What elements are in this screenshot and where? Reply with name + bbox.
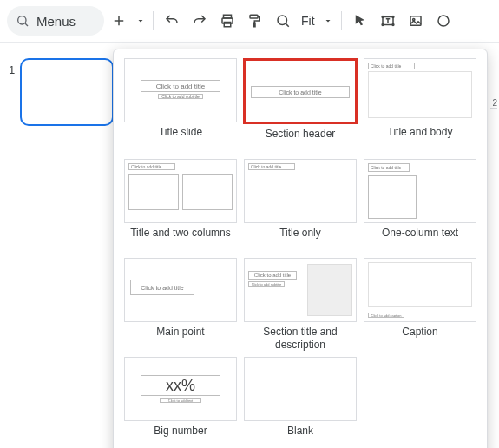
layout-label: Section header	[266, 128, 336, 154]
placeholder-image	[368, 262, 472, 307]
layout-one-column-text[interactable]: Click to add title	[364, 159, 476, 223]
placeholder-title: Click to add title	[128, 163, 175, 170]
placeholder-title: Click to add title	[368, 63, 415, 69]
layout-label: Title only	[279, 227, 321, 253]
print-icon	[220, 13, 235, 29]
zoom-button[interactable]	[270, 8, 296, 34]
layout-main-point[interactable]: Click to add title	[124, 258, 237, 322]
undo-icon	[164, 13, 180, 29]
placeholder-right-col	[182, 174, 233, 210]
placeholder-title: Click to add title	[248, 271, 297, 280]
textbox-icon	[380, 13, 396, 29]
zoom-icon	[275, 13, 291, 29]
layout-label: Title and two columns	[130, 227, 231, 253]
new-slide-dropdown[interactable]	[134, 8, 148, 34]
paint-format-button[interactable]	[242, 8, 268, 34]
layout-section-header[interactable]: Click to add title	[243, 58, 358, 124]
svg-rect-8	[254, 23, 256, 27]
new-slide-button[interactable]	[106, 8, 132, 34]
filmstrip: 1	[0, 58, 128, 126]
svg-point-12	[382, 16, 384, 18]
layout-label: Caption	[402, 326, 437, 352]
zoom-control[interactable]: Fit	[270, 8, 336, 34]
svg-line-10	[286, 23, 288, 26]
menu-search[interactable]: Menus	[7, 6, 104, 36]
plus-icon	[111, 13, 127, 29]
caret-down-icon	[323, 16, 333, 26]
ruler: 2	[490, 98, 499, 448]
undo-button[interactable]	[159, 8, 185, 34]
redo-button[interactable]	[187, 8, 213, 34]
svg-point-14	[382, 24, 384, 26]
svg-line-1	[25, 23, 28, 26]
placeholder-title: Click to add title	[251, 86, 350, 98]
svg-point-15	[392, 24, 394, 26]
ruler-tick: 2	[490, 98, 497, 109]
layout-label: Big number	[154, 425, 207, 448]
layout-big-number[interactable]: xx% Click to add text	[124, 357, 237, 421]
svg-point-18	[438, 16, 449, 26]
placeholder-title: Click to add title	[248, 163, 295, 170]
layout-label: Title slide	[159, 126, 202, 152]
textbox-tool[interactable]	[375, 8, 401, 34]
layout-section-title-and-description[interactable]: Click to add title Click to add subtitle	[244, 258, 357, 322]
placeholder-subtitle: Click to add subtitle	[248, 281, 285, 287]
svg-point-9	[278, 16, 287, 25]
layout-picker: Click to add title Click to add subtitle…	[113, 49, 488, 448]
zoom-dropdown[interactable]	[320, 8, 336, 34]
svg-point-0	[18, 16, 26, 24]
layout-title-slide[interactable]: Click to add title Click to add subtitle	[124, 58, 237, 122]
svg-rect-7	[250, 15, 258, 18]
placeholder-image	[307, 264, 352, 316]
svg-point-13	[392, 16, 394, 18]
paint-roller-icon	[247, 13, 263, 29]
layout-label: Main point	[156, 326, 204, 352]
placeholder-title: Click to add title	[130, 280, 194, 295]
separator	[341, 11, 342, 30]
placeholder-subtitle: Click to add subtitle	[158, 94, 203, 99]
search-icon	[16, 14, 30, 28]
layout-caption[interactable]: Click to add caption	[364, 258, 476, 322]
toolbar: Menus Fit	[0, 0, 499, 42]
shape-tool[interactable]	[430, 8, 456, 34]
layout-label: Section title and description	[244, 326, 357, 352]
layout-label: Title and body	[388, 126, 453, 152]
zoom-value: Fit	[298, 14, 318, 28]
slide-number: 1	[9, 58, 15, 76]
layout-title-and-two-columns[interactable]: Click to add title	[124, 159, 237, 223]
image-icon	[408, 13, 423, 29]
placeholder-caption: Click to add caption	[368, 313, 404, 318]
caret-down-icon	[135, 16, 146, 26]
separator	[153, 11, 154, 30]
layout-label: Blank	[287, 425, 313, 448]
layout-title-and-body[interactable]: Click to add title	[364, 58, 476, 122]
placeholder-body	[368, 71, 472, 118]
redo-icon	[192, 13, 207, 29]
print-button[interactable]	[214, 8, 240, 34]
layout-label: One-column text	[382, 227, 458, 253]
image-tool[interactable]	[403, 8, 429, 34]
slide-thumbnail[interactable]	[20, 58, 114, 126]
placeholder-title: Click to add title	[141, 80, 220, 92]
placeholder-bignumber: xx%	[141, 375, 220, 396]
shape-icon	[436, 13, 451, 29]
placeholder-subtitle: Click to add text	[160, 398, 201, 403]
placeholder-left-col	[128, 174, 179, 210]
svg-rect-16	[410, 16, 421, 26]
placeholder-body	[368, 175, 417, 219]
placeholder-title: Click to add title	[368, 163, 410, 172]
layout-title-only[interactable]: Click to add title	[244, 159, 357, 223]
layout-blank[interactable]	[244, 357, 357, 421]
cursor-icon	[352, 13, 368, 29]
select-tool[interactable]	[347, 8, 373, 34]
menu-search-text: Menus	[36, 14, 76, 29]
